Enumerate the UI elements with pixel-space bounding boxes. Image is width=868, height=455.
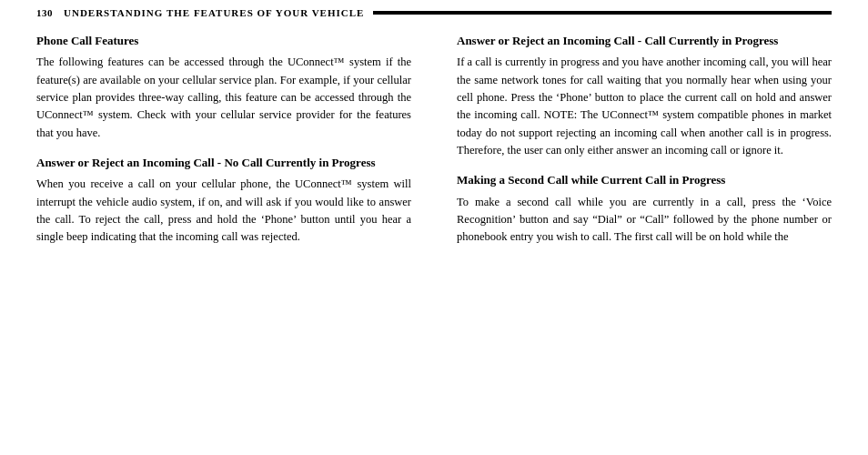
section1-body: When you receive a call on your cellular… [36,176,411,247]
header-title: UNDERSTANDING THE FEATURES OF YOUR VEHIC… [64,7,364,18]
section1-heading: Answer or Reject an Incoming Call - No C… [36,155,411,171]
right-column: Answer or Reject an Incoming Call - Call… [448,33,832,446]
section2-body: If a call is currently in progress and y… [457,54,832,159]
section3-heading: Making a Second Call while Current Call … [457,172,832,188]
header-bar: 130 UNDERSTANDING THE FEATURES OF YOUR V… [0,0,868,24]
page-number: 130 [36,7,53,18]
header-rule [373,11,832,15]
section2-heading: Answer or Reject an Incoming Call - Call… [457,33,832,49]
left-column: Phone Call Features The following featur… [36,33,420,446]
intro-body: The following features can be accessed t… [36,54,411,142]
page-container: 130 UNDERSTANDING THE FEATURES OF YOUR V… [0,0,868,455]
intro-heading: Phone Call Features [36,33,411,49]
content-area: Phone Call Features The following featur… [0,24,868,455]
section3-body: To make a second call while you are curr… [457,194,832,247]
